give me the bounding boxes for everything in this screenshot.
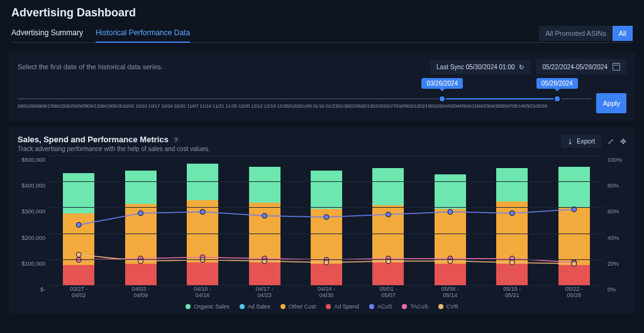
filter-promoted-asins[interactable]: All Promoted ASINs — [539, 26, 613, 41]
page-title: Advertising Dashboard — [11, 6, 633, 20]
bar-seg-other-cost[interactable] — [249, 203, 280, 262]
last-sync-pill[interactable]: Last Sync 05/30/2024 01:00 ↻ — [430, 60, 530, 74]
x-axis-label: 04/03 - 04/09 — [125, 286, 157, 298]
slider-end-tip: 05/28/2024 — [536, 78, 578, 89]
bar-seg-other-cost[interactable] — [558, 208, 590, 265]
bar-seg-other-cost[interactable] — [372, 205, 404, 262]
x-axis-label: 03/27 - 04/02 — [63, 286, 94, 298]
info-icon[interactable]: ? — [172, 136, 180, 144]
bar-seg-other-cost[interactable] — [63, 213, 94, 265]
legend-dot — [280, 304, 286, 309]
bar-container — [48, 156, 605, 286]
bar-seg-other-cost[interactable] — [125, 204, 157, 264]
legend-label: Organic Sales — [194, 303, 230, 310]
calendar-icon — [613, 63, 620, 71]
legend-item-ad-sales[interactable]: Ad Sales — [240, 303, 270, 310]
chart-area: $-$100,000$200,000$300,000$400,000$500,0… — [18, 156, 626, 301]
bar-seg-ad-spend[interactable] — [125, 264, 157, 286]
y-axis-left: $-$100,000$200,000$300,000$400,000$500,0… — [18, 156, 48, 301]
tab-historical-performance[interactable]: Historical Performance Data — [96, 25, 190, 42]
date-range-text: 05/22/2024-05/28/2024 — [543, 64, 608, 71]
date-note: Select the first date of the historical … — [18, 63, 163, 71]
legend-item-acos[interactable]: ACoS — [369, 303, 392, 310]
x-axis-label: 05/15 - 05/21 — [496, 286, 528, 298]
legend-label: Ad Sales — [248, 303, 270, 310]
move-icon[interactable]: ✥ — [620, 138, 626, 145]
chart-panel: Sales, Spend and Performance Metrics ? T… — [9, 127, 635, 313]
last-sync-text: Last Sync 05/30/2024 01:00 — [436, 64, 515, 71]
chart-plot: 03/27 - 04/0204/03 - 04/0904/10 - 04/160… — [48, 156, 605, 301]
x-axis-label: 04/24 - 04/30 — [311, 286, 342, 298]
bar-seg-ad-spend[interactable] — [249, 262, 280, 286]
chart-legend: Organic SalesAd SalesOther CostAd SpendA… — [18, 303, 626, 310]
bar-seg-ad-spend[interactable] — [435, 264, 466, 286]
tabs: Advertising Summary Historical Performan… — [11, 25, 190, 42]
x-axis-labels: 03/27 - 04/0204/03 - 04/0904/10 - 04/160… — [48, 286, 605, 298]
bar-seg-other-cost[interactable] — [187, 200, 218, 262]
legend-dot — [326, 304, 331, 309]
export-button[interactable]: ⭳ Export — [561, 135, 601, 148]
bar-seg-other-cost[interactable] — [311, 209, 342, 264]
legend-label: CVR — [447, 303, 458, 310]
apply-button[interactable]: Apply — [596, 93, 626, 113]
tab-advertising-summary[interactable]: Advertising Summary — [11, 25, 83, 42]
legend-item-tacos[interactable]: TACoS — [402, 303, 428, 310]
x-axis-label: 05/08 - 05/14 — [435, 286, 466, 298]
date-selector-panel: Select the first date of the historical … — [9, 52, 635, 121]
bar-seg-ad-spend[interactable] — [372, 262, 404, 286]
bar-seg-ad-spend[interactable] — [558, 265, 590, 286]
bar-seg-other-cost[interactable] — [435, 209, 466, 264]
legend-label: Ad Spend — [334, 303, 359, 310]
legend-label: Other Cost — [289, 303, 316, 310]
x-axis-label: 05/22 - 05/28 — [558, 286, 590, 298]
slider-fill — [442, 98, 557, 99]
x-axis-label: 04/17 - 04/23 — [249, 286, 280, 298]
date-range-slider[interactable]: 03/26/2024 05/28/2024 08/0108/0808/1508/… — [18, 92, 591, 115]
legend-item-ad-spend[interactable]: Ad Spend — [326, 303, 359, 310]
legend-dot — [240, 304, 245, 309]
legend-item-cvr[interactable]: CVR — [438, 303, 458, 310]
legend-label: ACoS — [377, 303, 392, 310]
bar-seg-ad-spend[interactable] — [187, 262, 218, 286]
filter-all[interactable]: All — [613, 26, 633, 41]
refresh-icon: ↻ — [519, 64, 524, 71]
slider-end-handle[interactable] — [553, 95, 561, 103]
bar-seg-other-cost[interactable] — [496, 201, 528, 264]
export-label: Export — [577, 138, 595, 145]
expand-icon[interactable]: ⤢ — [608, 138, 614, 145]
legend-dot — [402, 304, 407, 309]
download-icon: ⭳ — [567, 138, 574, 145]
date-range-picker[interactable]: 05/22/2024-05/28/2024 — [536, 59, 626, 74]
legend-label: TACoS — [410, 303, 428, 310]
legend-dot — [438, 304, 443, 309]
legend-item-organic-sales[interactable]: Organic Sales — [186, 303, 230, 310]
x-axis-label: 05/01 - 05/07 — [372, 286, 404, 298]
slider-start-handle[interactable] — [438, 95, 446, 103]
bar-seg-ad-spend[interactable] — [311, 264, 342, 286]
slider-start-tip: 03/26/2024 — [421, 78, 463, 89]
legend-dot — [186, 304, 191, 309]
chart-subtitle: Track advertising performance with the h… — [18, 145, 210, 152]
slider-tick-labels: 08/0108/0808/1508/2208/2909/0509/1209/19… — [18, 103, 591, 109]
legend-dot — [369, 304, 374, 309]
bar-seg-ad-spend[interactable] — [496, 264, 528, 286]
x-axis-label: 04/10 - 04/16 — [187, 286, 218, 298]
y-axis-right: 0%20%40%60%80%100% — [605, 156, 626, 301]
legend-item-other-cost[interactable]: Other Cost — [280, 303, 316, 310]
bar-seg-ad-spend[interactable] — [63, 265, 94, 286]
chart-title: Sales, Spend and Performance Metrics — [18, 135, 169, 144]
